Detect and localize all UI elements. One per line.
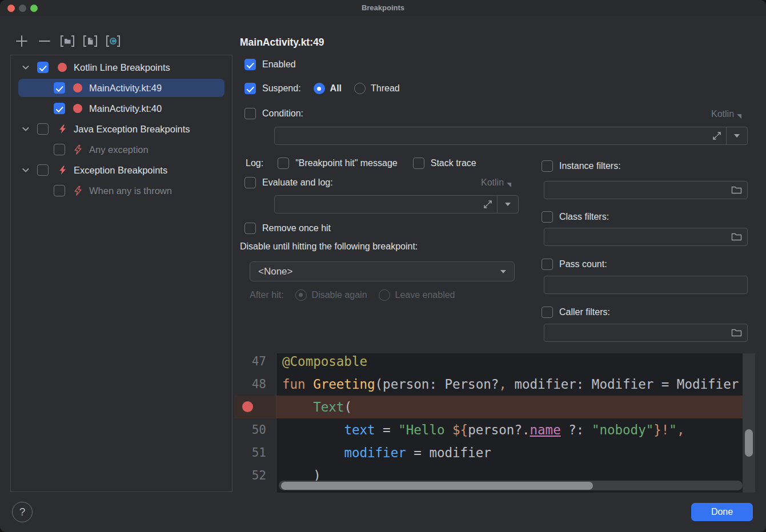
filter-input[interactable] [544, 228, 748, 246]
vertical-scrollbar-thumb[interactable] [745, 429, 753, 457]
plus-icon [15, 35, 28, 47]
remove-once-hit-checkbox[interactable] [244, 223, 256, 234]
tree-checkbox[interactable] [54, 144, 65, 155]
code-line: Text( [234, 396, 755, 418]
condition-checkbox[interactable] [244, 108, 256, 119]
tree-checkbox[interactable] [37, 123, 49, 135]
tree-item-label: Any exception [89, 144, 149, 155]
condition-history-dropdown[interactable] [726, 127, 747, 144]
line-gutter: 52 [234, 464, 276, 487]
suspend-thread-radio[interactable] [354, 83, 366, 94]
suspend-all-radio[interactable] [314, 83, 325, 94]
suspend-label: Suspend: [262, 83, 301, 94]
group-by-class-button[interactable]: C [105, 33, 121, 49]
breakpoint-dot-icon [57, 62, 68, 73]
code-token: @Composable [282, 354, 367, 369]
code-preview-editor: 47@Composable48fun Greeting(person: Pers… [234, 353, 755, 493]
filter-checkbox[interactable] [542, 307, 553, 318]
filter-checkbox[interactable] [542, 211, 553, 223]
condition-input[interactable] [274, 127, 748, 145]
filter-label: Pass count: [559, 259, 607, 269]
evaluate-and-log-checkbox[interactable] [244, 177, 256, 188]
breakpoint-dot-icon[interactable] [242, 401, 253, 412]
chevron-down-icon[interactable] [22, 167, 29, 173]
chevron-down-icon[interactable] [22, 126, 29, 132]
tree-row[interactable]: Java Exception Breakpoints [11, 119, 232, 139]
line-gutter: 50 [234, 418, 276, 441]
code-token: name [530, 422, 561, 437]
suspend-thread-label: Thread [371, 83, 400, 94]
expand-editor-icon[interactable] [483, 199, 493, 212]
evaluate-language-selector[interactable]: Kotlin [481, 178, 511, 188]
tree-checkbox[interactable] [54, 185, 65, 196]
condition-language-selector[interactable]: Kotlin [711, 109, 741, 119]
code-token: ?: [561, 422, 592, 437]
tree-item-label: Kotlin Line Breakpoints [74, 62, 170, 73]
filter-input[interactable] [544, 276, 748, 294]
remove-breakpoint-button[interactable] [37, 33, 52, 49]
horizontal-scrollbar[interactable] [279, 481, 743, 490]
chevron-down-icon[interactable] [22, 65, 29, 70]
code-token [282, 400, 313, 414]
code-token: "Hello [398, 422, 452, 437]
leave-enabled-label: Leave enabled [395, 290, 455, 300]
remove-once-hit-row: Remove once hit [244, 223, 331, 234]
code-text: text = "Hello ${person?.name ?: "nobody"… [276, 418, 755, 441]
tree-checkbox[interactable] [54, 103, 65, 114]
disable-until-combobox[interactable]: <None> [250, 261, 515, 281]
tree-checkbox[interactable] [37, 164, 49, 176]
language-corner-arrow-icon [507, 183, 511, 187]
evaluate-input[interactable] [274, 195, 519, 213]
disable-again-radio[interactable] [295, 289, 307, 301]
expand-editor-icon[interactable] [712, 131, 722, 143]
folder-icon[interactable] [731, 232, 742, 244]
condition-label: Condition: [262, 108, 303, 119]
evaluate-history-dropdown[interactable] [497, 196, 518, 213]
suspend-checkbox[interactable] [244, 83, 256, 94]
code-token: " [669, 422, 677, 437]
filter-checkbox[interactable] [542, 160, 553, 172]
filter-label-row: Pass count: [542, 259, 607, 270]
group-by-file-button[interactable] [82, 33, 98, 49]
add-breakpoint-button[interactable] [14, 33, 29, 49]
breakpoint-hit-message-checkbox[interactable] [278, 158, 289, 169]
code-token: = [375, 422, 399, 437]
filter-checkbox[interactable] [542, 259, 553, 270]
filter-input[interactable] [544, 181, 748, 199]
breakpoint-dot-icon [72, 82, 83, 94]
line-gutter [234, 396, 276, 418]
code-token: "nobody" [592, 422, 653, 437]
tree-row[interactable]: MainActivity.kt:40 [11, 98, 232, 119]
horizontal-scrollbar-thumb[interactable] [281, 482, 593, 490]
leave-enabled-radio[interactable] [379, 289, 390, 301]
tree-row[interactable]: When any is thrown [11, 180, 232, 201]
code-line: 51 modifier = modifier [234, 441, 755, 464]
tree-row[interactable]: MainActivity.kt:49 [11, 78, 232, 98]
filter-label: Instance filters: [559, 161, 621, 171]
line-gutter: 48 [234, 373, 276, 396]
folder-icon[interactable] [731, 186, 742, 197]
tree-row[interactable]: Kotlin Line Breakpoints [11, 57, 232, 78]
filter-input[interactable] [544, 324, 748, 342]
vertical-scrollbar[interactable] [743, 353, 755, 493]
help-button[interactable]: ? [12, 502, 33, 522]
line-number: 50 [252, 418, 266, 441]
code-token: Text [313, 400, 344, 414]
code-text: @Composable [276, 353, 755, 373]
help-icon: ? [19, 506, 26, 518]
done-button[interactable]: Done [691, 503, 753, 521]
code-token: modifier [344, 445, 406, 460]
tree-checkbox[interactable] [37, 62, 49, 73]
language-corner-arrow-icon [737, 114, 741, 119]
stack-trace-checkbox[interactable] [413, 158, 424, 169]
breakpoint-title: MainActivity.kt:49 [240, 37, 324, 49]
group-by-package-button[interactable] [59, 33, 75, 49]
tree-row[interactable]: Exception Breakpoints [11, 160, 232, 180]
chevron-down-icon [734, 134, 740, 138]
tree-row[interactable]: Any exception [11, 139, 232, 160]
enabled-checkbox[interactable] [244, 59, 256, 70]
code-token: modifier: Modifier = Modifier [507, 377, 739, 392]
folder-icon[interactable] [731, 328, 742, 340]
line-gutter: 51 [234, 441, 276, 464]
tree-checkbox[interactable] [54, 82, 65, 94]
